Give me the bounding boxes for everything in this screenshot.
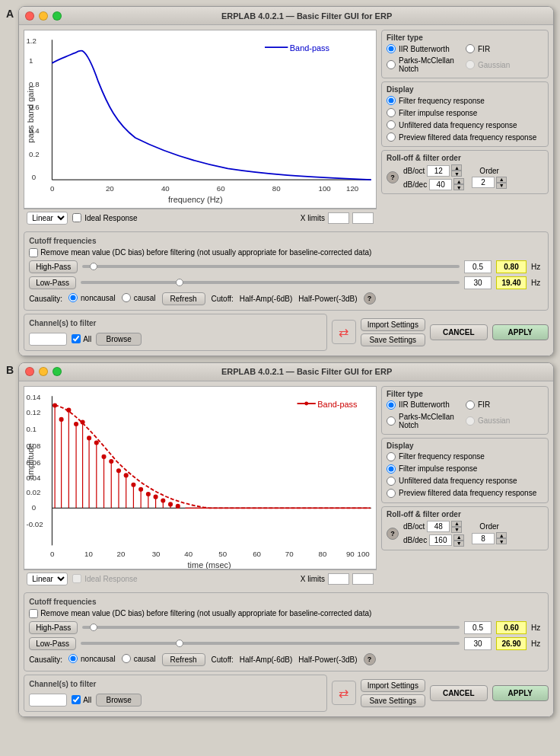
radio-fir2-b[interactable] bbox=[387, 464, 396, 474]
svg-text:time (msec): time (msec) bbox=[188, 560, 231, 569]
maximize-button[interactable] bbox=[52, 11, 62, 21]
dbdec-up-b[interactable]: ▲ bbox=[453, 534, 464, 541]
radio-iir-b[interactable] bbox=[387, 400, 396, 410]
dboct-down-a[interactable]: ▼ bbox=[451, 171, 462, 177]
minimize-button-b[interactable] bbox=[39, 367, 48, 376]
channel-input-a[interactable]: 1:16 bbox=[29, 333, 67, 346]
maximize-button-b[interactable] bbox=[52, 367, 62, 376]
dbdec-input-b[interactable] bbox=[429, 534, 452, 546]
ideal-response-checkbox-a[interactable] bbox=[72, 213, 81, 222]
cutoff-label-a: Cutoff: bbox=[212, 295, 234, 303]
all-channels-checkbox-a[interactable] bbox=[72, 334, 81, 343]
x-limit-min-b[interactable]: 0 bbox=[328, 573, 349, 585]
dbdec-down-b[interactable]: ▼ bbox=[453, 541, 464, 547]
ideal-response-checkbox-b[interactable] bbox=[72, 574, 81, 583]
rolloff-help-b[interactable]: ? bbox=[387, 528, 399, 540]
x-limit-min-a[interactable]: 0 bbox=[328, 212, 349, 224]
x-limit-max-b[interactable]: 100 bbox=[352, 573, 374, 585]
svg-text:Band-pass: Band-pass bbox=[317, 400, 358, 409]
radio-causal-a[interactable] bbox=[122, 293, 131, 302]
order-up-b[interactable]: ▲ bbox=[496, 532, 507, 538]
radio-noncausal-a[interactable] bbox=[68, 293, 78, 302]
cutoff-help-a[interactable]: ? bbox=[364, 292, 376, 305]
high-pass-slider-a[interactable] bbox=[82, 265, 460, 268]
close-button[interactable] bbox=[25, 11, 34, 21]
dboct-up-a[interactable]: ▲ bbox=[451, 164, 462, 171]
save-settings-btn-a[interactable]: Save Settings bbox=[361, 333, 425, 346]
order-input-a[interactable] bbox=[472, 177, 495, 188]
order-down-a[interactable]: ▼ bbox=[496, 183, 507, 189]
dbdec-down-a[interactable]: ▼ bbox=[453, 184, 464, 190]
order-up-a[interactable]: ▲ bbox=[496, 177, 507, 183]
svg-point-56 bbox=[138, 487, 143, 492]
svg-text:10: 10 bbox=[84, 550, 93, 558]
arrows-icon-b[interactable]: ⇄ bbox=[332, 681, 356, 705]
svg-text:-0.02: -0.02 bbox=[27, 520, 43, 528]
browse-btn-a[interactable]: Browse bbox=[96, 333, 142, 346]
dboct-input-b[interactable] bbox=[427, 521, 450, 532]
low-pass-value-b: 30 bbox=[464, 637, 492, 650]
cancel-btn-a[interactable]: CANCEL bbox=[430, 324, 488, 340]
dboct-up-b[interactable]: ▲ bbox=[451, 521, 462, 527]
high-pass-btn-b[interactable]: High-Pass bbox=[29, 621, 78, 634]
radio-udfr-a[interactable] bbox=[387, 120, 396, 129]
dbdec-up-a[interactable]: ▲ bbox=[453, 178, 464, 184]
refresh-btn-a[interactable]: Refresh bbox=[162, 292, 205, 305]
dboct-input-a[interactable] bbox=[427, 165, 450, 177]
order-down-b[interactable]: ▼ bbox=[496, 538, 507, 544]
low-pass-btn-b[interactable]: Low-Pass bbox=[29, 637, 76, 650]
svg-text:0: 0 bbox=[32, 173, 37, 181]
cancel-btn-b[interactable]: CANCEL bbox=[430, 685, 488, 701]
svg-point-49 bbox=[87, 435, 91, 440]
radio-fir-a[interactable] bbox=[466, 44, 475, 53]
high-pass-yellow-a: 0.80 bbox=[496, 260, 527, 273]
svg-point-60 bbox=[168, 502, 173, 506]
scale-select-b[interactable]: Linear bbox=[27, 573, 68, 585]
svg-text:100: 100 bbox=[319, 184, 332, 193]
low-pass-slider-b[interactable] bbox=[81, 642, 460, 645]
causality-label-a: Causality: bbox=[29, 295, 62, 303]
apply-btn-b[interactable]: APPLY bbox=[492, 685, 549, 701]
import-settings-btn-b[interactable]: Import Settings bbox=[361, 679, 425, 692]
all-channels-checkbox-b[interactable] bbox=[72, 695, 81, 704]
browse-btn-b[interactable]: Browse bbox=[96, 694, 142, 707]
radio-iir-a[interactable] bbox=[387, 44, 396, 53]
radio-ffr-a[interactable] bbox=[387, 96, 396, 105]
radio-noncausal-b[interactable] bbox=[68, 654, 78, 663]
remove-mean-checkbox-a[interactable] bbox=[29, 248, 38, 257]
arrows-icon-a[interactable]: ⇄ bbox=[332, 320, 356, 344]
low-pass-slider-a[interactable] bbox=[81, 281, 460, 284]
refresh-btn-b[interactable]: Refresh bbox=[162, 653, 205, 666]
scale-select-a[interactable]: Linear bbox=[27, 212, 68, 225]
radio-parks-b[interactable] bbox=[387, 416, 396, 426]
apply-btn-a[interactable]: APPLY bbox=[492, 324, 549, 340]
close-button-b[interactable] bbox=[25, 367, 34, 376]
radio-ffr-b[interactable] bbox=[387, 452, 396, 461]
import-settings-btn-a[interactable]: Import Settings bbox=[361, 318, 425, 331]
chart-b: 0.14 0.12 0.1 0.08 0.06 0.04 0.02 0 -0.0… bbox=[24, 386, 377, 569]
order-input-b[interactable] bbox=[472, 533, 495, 544]
high-pass-slider-b[interactable] bbox=[82, 626, 460, 629]
high-pass-btn-a[interactable]: High-Pass bbox=[29, 260, 78, 273]
radio-fir2-a[interactable] bbox=[387, 108, 396, 117]
rolloff-help-a[interactable]: ? bbox=[387, 171, 399, 183]
radio-fir-b[interactable] bbox=[466, 400, 475, 410]
minimize-button[interactable] bbox=[39, 11, 48, 21]
svg-text:30: 30 bbox=[152, 550, 161, 558]
dboct-down-b[interactable]: ▼ bbox=[451, 527, 462, 533]
radio-pfdfr-b[interactable] bbox=[387, 489, 396, 498]
save-settings-btn-b[interactable]: Save Settings bbox=[361, 694, 425, 707]
radio-udfr-b[interactable] bbox=[387, 477, 396, 486]
radio-parks-a[interactable] bbox=[387, 60, 396, 69]
x-limit-max-a[interactable]: 125 bbox=[352, 212, 374, 224]
low-pass-btn-a[interactable]: Low-Pass bbox=[29, 276, 76, 289]
cutoff-help-b[interactable]: ? bbox=[364, 653, 376, 665]
dbdec-input-a[interactable] bbox=[429, 179, 452, 190]
channel-input-b[interactable]: 1:16 bbox=[29, 694, 67, 707]
svg-text:90: 90 bbox=[346, 550, 355, 558]
remove-mean-checkbox-b[interactable] bbox=[29, 609, 38, 618]
radio-pfdfr-a[interactable] bbox=[387, 132, 396, 142]
radio-causal-b[interactable] bbox=[122, 654, 131, 663]
half-amp-label-a: Half-Amp(-6dB) bbox=[240, 295, 292, 303]
half-power-label-a: Half-Power(-3dB) bbox=[298, 295, 357, 303]
